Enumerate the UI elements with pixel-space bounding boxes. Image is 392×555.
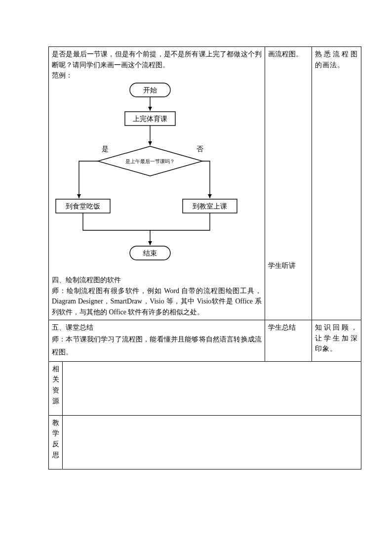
section4-title: 四、绘制流程图的软件 [52, 275, 262, 286]
design-intent-cell: 熟悉流程图的画法。 [312, 47, 361, 320]
table-row: 相 关 资 源 [49, 361, 361, 415]
flow-yes-label: 是 [102, 145, 109, 153]
flow-branch-no: 到教室上课 [193, 203, 227, 210]
section5-body: 师：本节课我们学习了流程图，能看懂并且能够将自然语言转换成流程图。 [52, 333, 262, 359]
vchar: 学 [52, 428, 59, 439]
vchar: 资 [52, 385, 59, 396]
flow-branch-yes: 到食堂吃饭 [66, 203, 100, 210]
summary-side1-cell: 学生总结 [265, 320, 312, 361]
teaching-reflection-label: 教 学 反 思 [49, 415, 63, 469]
document-page: 是否是最后一节课，但是有个前提，是不是所有课上完了都做这个判断呢？请同学们来画一… [0, 0, 392, 555]
flowchart-svg: 开始 上完体育课 是上午最后一节课吗？ 是 否 [52, 82, 248, 275]
section5-title: 五、课堂总结 [52, 322, 262, 333]
flow-step-pe: 上完体育课 [133, 115, 167, 123]
side-note-familiar: 熟悉流程图的画法。 [315, 49, 358, 70]
vchar: 关 [52, 374, 59, 385]
summary-side2-cell: 知识回顾，让学生加深印象。 [312, 320, 361, 361]
vchar: 源 [52, 396, 59, 407]
example-label: 范例： [52, 70, 262, 81]
side-note-summary: 学生总结 [268, 322, 309, 333]
flow-end: 结束 [143, 250, 157, 257]
flow-decision: 是上午最后一节课吗？ [125, 159, 175, 164]
table-row: 五、课堂总结 师：本节课我们学习了流程图，能看懂并且能够将自然语言转换成流程图。… [49, 320, 361, 361]
teaching-reflection-content [63, 415, 361, 469]
vchar: 教 [52, 418, 59, 428]
related-resources-label: 相 关 资 源 [49, 361, 63, 415]
vchar: 思 [52, 450, 59, 461]
related-resources-content [63, 361, 361, 415]
table-row: 教 学 反 思 [49, 415, 361, 469]
summary-main-cell: 五、课堂总结 师：本节课我们学习了流程图，能看懂并且能够将自然语言转换成流程图。 [49, 320, 265, 361]
side-note-draw: 画流程图。 [268, 49, 309, 60]
side-note-listen: 学生听讲 [268, 260, 296, 271]
student-activity-cell: 画流程图。 学生听讲 [265, 47, 312, 320]
intro-paragraph: 是否是最后一节课，但是有个前提，是不是所有课上完了都做这个判断呢？请同学们来画一… [52, 49, 262, 70]
vchar: 反 [52, 439, 59, 450]
vchar: 相 [52, 364, 59, 375]
flow-no-label: 否 [196, 145, 203, 153]
flowchart: 开始 上完体育课 是上午最后一节课吗？ 是 否 [52, 82, 248, 275]
lesson-plan-table: 是否是最后一节课，但是有个前提，是不是所有课上完了都做这个判断呢？请同学们来画一… [48, 46, 361, 470]
section4-body: 师：绘制流程图有很多软件，例如 Word 自带的流程图绘图工具，Diagram … [52, 286, 262, 318]
flow-start: 开始 [143, 86, 157, 94]
main-content-cell: 是否是最后一节课，但是有个前提，是不是所有课上完了都做这个判断呢？请同学们来画一… [49, 47, 265, 320]
table-row: 是否是最后一节课，但是有个前提，是不是所有课上完了都做这个判断呢？请同学们来画一… [49, 47, 361, 320]
side-note-review: 知识回顾，让学生加深印象。 [315, 322, 358, 354]
